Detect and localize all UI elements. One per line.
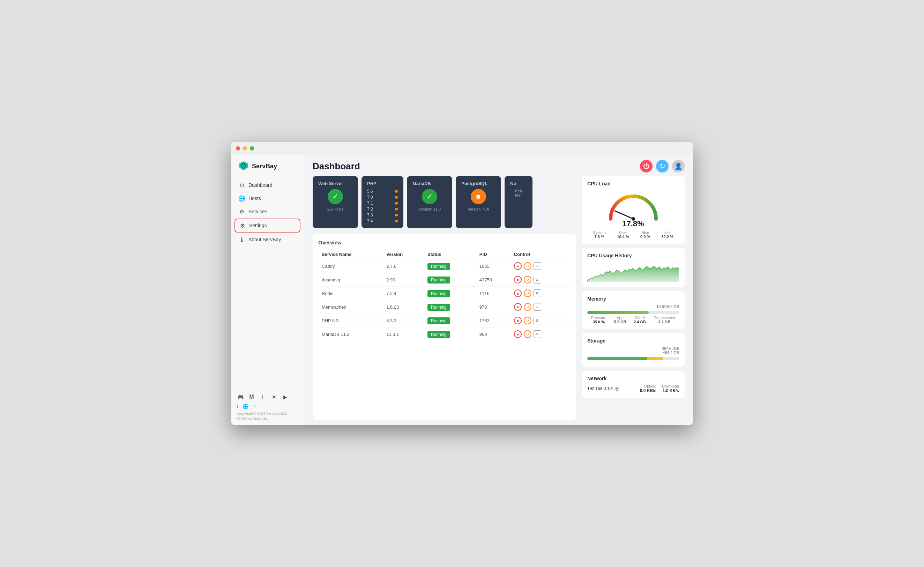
main-content: Dashboard ⏻ ↻ 👤 Web Server ✓ 2/2 Hosts bbox=[304, 142, 693, 425]
mem-stat-app: App 5.2 GB bbox=[614, 316, 626, 324]
sidebar-item-label: Services bbox=[249, 209, 267, 214]
log-button[interactable]: ≡ bbox=[534, 330, 541, 338]
log-button[interactable]: ≡ bbox=[534, 276, 541, 284]
log-button[interactable]: ≡ bbox=[534, 317, 541, 324]
stop-button[interactable]: ■ bbox=[514, 276, 522, 284]
cpu-stat-nice: Nice 0.0 % bbox=[640, 230, 650, 239]
mariadb-title: MariaDB bbox=[412, 181, 431, 186]
cpu-load-title: CPU Load bbox=[587, 181, 679, 186]
service-cards: Web Server ✓ 2/2 Hosts PHP 5.6 7.0 7.1 7… bbox=[313, 176, 576, 228]
network-title: Network bbox=[587, 376, 679, 381]
cpu-gauge-value: 17.8% bbox=[622, 219, 644, 228]
nol-card[interactable]: No Red Mer bbox=[505, 176, 532, 228]
about-icon: ℹ bbox=[238, 236, 245, 243]
control-buttons: ■ ↺ ≡ bbox=[514, 330, 567, 338]
status-badge: Running bbox=[428, 277, 450, 284]
table-row: MariaDB 11.3 11.3.1 Running 950 ■ ↺ ≡ bbox=[318, 328, 570, 341]
sidebar-item-about[interactable]: ℹ About ServBay bbox=[234, 233, 300, 246]
webserver-card[interactable]: Web Server ✓ 2/2 Hosts bbox=[313, 176, 358, 228]
status-badge: Running bbox=[428, 331, 450, 338]
restart-button[interactable]: ↺ bbox=[524, 262, 531, 270]
postgresql-card[interactable]: PostgreSQL ■ Version: N/A bbox=[456, 176, 501, 228]
fullscreen-button[interactable] bbox=[250, 146, 254, 150]
net-speeds: Upload 0.0 KB/s Download 1.0 KB/s bbox=[640, 384, 679, 393]
gauge-svg bbox=[605, 189, 661, 221]
status-cell: Running bbox=[424, 287, 476, 300]
php-item-72: 7.2 bbox=[367, 207, 398, 212]
status-badge: Running bbox=[428, 263, 450, 270]
mariadb-subtitle: Version: 11.3 bbox=[418, 207, 441, 211]
servbay-logo-icon bbox=[238, 161, 249, 172]
stop-button[interactable]: ■ bbox=[514, 289, 522, 297]
discord-icon[interactable]: 🎮 bbox=[237, 393, 244, 401]
control-buttons: ■ ↺ ≡ bbox=[514, 303, 567, 311]
sidebar-item-services[interactable]: ⚙ Services bbox=[234, 205, 300, 218]
user-button[interactable]: 👤 bbox=[672, 160, 685, 173]
refresh-button[interactable]: ↻ bbox=[656, 160, 669, 173]
stop-button[interactable]: ■ bbox=[514, 330, 522, 338]
sidebar-item-hosts[interactable]: 🌐 Hosts bbox=[234, 192, 300, 205]
sidebar-logo: ServBay bbox=[231, 155, 304, 179]
restart-button[interactable]: ↺ bbox=[524, 317, 531, 324]
sidebar-item-label: About ServBay bbox=[249, 237, 281, 242]
log-button[interactable]: ≡ bbox=[534, 289, 541, 297]
status-badge: Running bbox=[428, 290, 450, 297]
overview-title: Overview bbox=[318, 239, 570, 245]
facebook-icon[interactable]: f bbox=[259, 393, 267, 401]
webserver-status-icon: ✓ bbox=[328, 189, 343, 204]
power-button[interactable]: ⏻ bbox=[640, 160, 652, 173]
minimize-button[interactable] bbox=[243, 146, 247, 150]
sidebar-item-settings[interactable]: ⚙ Settings bbox=[234, 218, 300, 233]
cpu-gauge: 17.8% bbox=[587, 189, 679, 228]
stop-button[interactable]: ■ bbox=[514, 262, 522, 270]
help-link-icon[interactable]: ? bbox=[253, 404, 255, 409]
copy-ip-icon[interactable]: ⎘ bbox=[615, 386, 618, 391]
memory-total-label: 10.8/16.0 GB bbox=[587, 304, 679, 308]
x-twitter-icon[interactable]: ✕ bbox=[270, 393, 278, 401]
memory-title: Memory bbox=[587, 296, 679, 302]
control-buttons: ■ ↺ ≡ bbox=[514, 276, 567, 284]
info-link-icon[interactable]: ℹ bbox=[237, 404, 238, 409]
sidebar-item-dashboard[interactable]: ⊙ Dashboard bbox=[234, 179, 300, 191]
globe-link-icon[interactable]: 🌐 bbox=[243, 404, 249, 409]
mariadb-card[interactable]: MariaDB ✓ Version: 11.3 bbox=[407, 176, 452, 228]
status-cell: Running bbox=[424, 328, 476, 341]
col-version: Version bbox=[383, 250, 424, 259]
php-card[interactable]: PHP 5.6 7.0 7.1 7.2 7.3 7.4 bbox=[362, 176, 404, 228]
hosts-icon: 🌐 bbox=[238, 195, 245, 202]
mariadb-status-icon: ✓ bbox=[422, 189, 437, 204]
table-row: Redis 7.2.4 Running 1116 ■ ↺ ≡ bbox=[318, 287, 570, 300]
postgresql-title: PostgreSQL bbox=[461, 181, 488, 186]
restart-button[interactable]: ↺ bbox=[524, 303, 531, 311]
close-button[interactable] bbox=[236, 146, 240, 150]
stop-button[interactable]: ■ bbox=[514, 317, 522, 324]
cpu-history-title: CPU Usage History bbox=[587, 253, 679, 259]
cpu-history-svg bbox=[587, 261, 679, 282]
status-cell: Running bbox=[424, 273, 476, 287]
restart-button[interactable]: ↺ bbox=[524, 289, 531, 297]
medium-icon[interactable]: M bbox=[248, 393, 255, 401]
control-cell: ■ ↺ ≡ bbox=[510, 300, 570, 314]
control-cell: ■ ↺ ≡ bbox=[510, 259, 570, 273]
log-button[interactable]: ≡ bbox=[534, 262, 541, 270]
cpu-stats-row: System 7.3 % User 10.4 % Nice 0.0 % Id bbox=[587, 230, 679, 239]
services-table: Service Name Version Status PID Control … bbox=[318, 250, 570, 341]
version-cell: 2.7.6 bbox=[383, 259, 424, 273]
right-panel: CPU Load bbox=[582, 176, 685, 420]
version-cell: 1.6.23 bbox=[383, 300, 424, 314]
restart-button[interactable]: ↺ bbox=[524, 330, 531, 338]
cpu-history-chart bbox=[587, 261, 679, 282]
services-icon: ⚙ bbox=[238, 208, 245, 215]
status-badge: Running bbox=[428, 304, 450, 311]
log-button[interactable]: ≡ bbox=[534, 303, 541, 311]
memory-card: Memory 10.8/16.0 GB Pressure 35.0 % App … bbox=[582, 291, 685, 329]
service-name-cell: Caddy bbox=[318, 259, 383, 273]
control-cell: ■ ↺ ≡ bbox=[510, 328, 570, 341]
restart-button[interactable]: ↺ bbox=[524, 276, 531, 284]
sidebar-item-label: Hosts bbox=[249, 196, 261, 201]
storage-bar-fill bbox=[587, 357, 679, 360]
youtube-icon[interactable]: ▶ bbox=[281, 393, 289, 401]
version-cell: 11.3.1 bbox=[383, 328, 424, 341]
php-item-56: 5.6 bbox=[367, 189, 398, 194]
stop-button[interactable]: ■ bbox=[514, 303, 522, 311]
